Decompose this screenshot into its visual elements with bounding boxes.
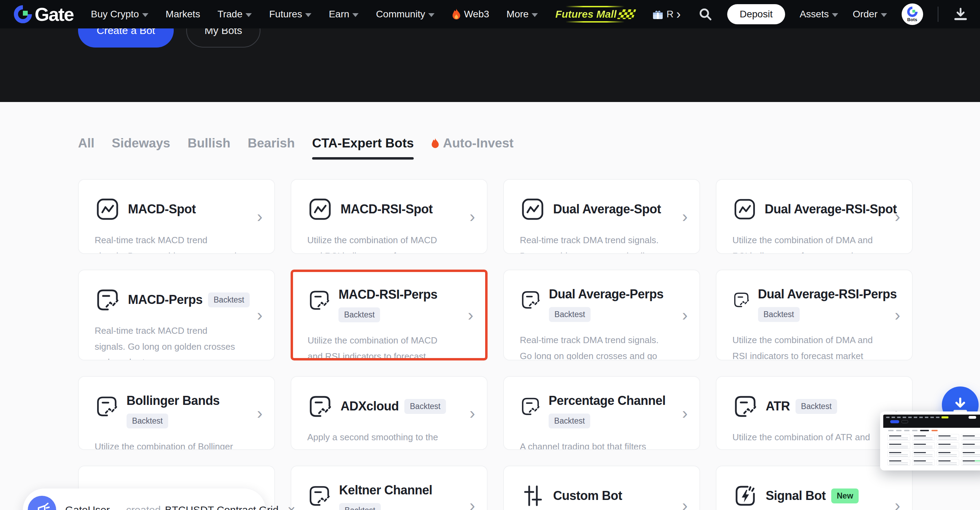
backtest-icon — [95, 287, 120, 312]
nav-item-earn[interactable]: Earn — [329, 9, 359, 20]
sliders-icon — [520, 483, 546, 508]
active-tab-underline — [312, 157, 414, 159]
bot-card-title: MACD-Spot — [128, 202, 196, 217]
nav-item-buy-crypto[interactable]: Buy Crypto — [91, 9, 148, 20]
toast-close-icon[interactable]: × — [288, 504, 295, 510]
bot-card-title: Custom Bot — [553, 488, 622, 503]
main-content: All Sideways Bullish Bearish CTA-Expert … — [78, 102, 912, 510]
chevron-right-icon: › — [895, 307, 900, 324]
chevron-right-icon: › — [469, 208, 475, 225]
caret-down-icon — [245, 13, 252, 17]
futures-mall-label: Futures Mall — [555, 8, 617, 20]
nav-item-assets[interactable]: Assets — [800, 9, 838, 20]
backtest-badge: Backtest — [404, 399, 446, 414]
top-navbar: Gate Buy Crypto Markets Trade Futures Ea… — [0, 0, 980, 29]
bot-card-title: MACD-Perps — [128, 292, 202, 307]
bot-card-description: Utilize the combination of MACD and RSI … — [307, 233, 453, 254]
backtest-badge: Backtest — [795, 399, 837, 414]
tab-bullish[interactable]: Bullish — [188, 136, 230, 159]
gift-icon — [652, 8, 664, 20]
nav-item-web3[interactable]: Web3 — [452, 8, 489, 20]
toast-action: created — [126, 504, 161, 510]
backtest-icon — [307, 483, 331, 508]
bot-card-signal-bot[interactable]: Signal Bot New TradingView Embed / Real-… — [716, 465, 913, 510]
bot-card-title: Dual Average-Perps — [549, 287, 663, 301]
rewards-nav-item[interactable]: R › — [652, 8, 681, 21]
chevron-right-icon: › — [682, 307, 688, 324]
checkered-flag-icon — [617, 10, 636, 19]
bot-card-dual-average-perps[interactable]: Dual Average-Perps Backtest Real-time tr… — [503, 269, 700, 360]
caret-down-icon — [142, 13, 148, 17]
bot-card-macd-perps[interactable]: MACD-Perps Backtest Real-time track MACD… — [78, 269, 275, 360]
bot-card-dual-average-rsi-spot[interactable]: Dual Average-RSI-Spot Utilize the combin… — [716, 179, 913, 254]
bot-card-macd-rsi-spot[interactable]: MACD-RSI-Spot Utilize the combination of… — [291, 179, 488, 254]
nav-item-futures[interactable]: Futures — [269, 9, 312, 20]
backtest-badge: Backtest — [339, 503, 381, 510]
futures-mall-banner[interactable]: Futures Mall — [555, 6, 635, 22]
page-preview-thumbnail[interactable] — [880, 411, 980, 470]
rewards-label: R — [667, 9, 673, 20]
download-app-button[interactable] — [953, 6, 968, 22]
chevron-right-icon: › — [469, 405, 475, 422]
bot-card-keltner-channel[interactable]: Keltner Channel Backtest Use the CCI fil… — [291, 465, 488, 510]
spot-chart-icon — [307, 196, 333, 222]
nav-item-markets[interactable]: Markets — [166, 9, 200, 20]
search-button[interactable] — [698, 7, 713, 22]
backtest-icon — [732, 394, 758, 419]
preview-tabs — [883, 428, 980, 434]
gate-logo-text: Gate — [35, 3, 73, 25]
chevron-right-icon: › — [469, 497, 475, 510]
bot-card-bollinger-bands[interactable]: Bollinger Bands Backtest Utilize the com… — [78, 376, 275, 450]
bot-card-dual-average-rsi-perps[interactable]: Dual Average-RSI-Perps Backtest Utilize … — [716, 269, 913, 360]
bot-card-percentage-channel[interactable]: Percentage Channel Backtest A channel tr… — [503, 376, 700, 450]
gate-logo[interactable]: Gate — [14, 3, 73, 25]
search-icon — [698, 7, 713, 22]
bot-card-adxcloud[interactable]: ADXcloud Backtest Apply a second smoothi… — [291, 376, 488, 450]
gate-logo-icon — [14, 5, 32, 23]
activity-toast: GateUser-... created BTCUSDT Contract Gr… — [23, 488, 266, 510]
backtest-icon — [520, 394, 541, 419]
chevron-right-icon: › — [682, 405, 688, 422]
backtest-icon — [95, 394, 119, 419]
bot-card-dual-average-spot[interactable]: Dual Average-Spot Real-time track DMA tr… — [503, 179, 700, 254]
backtest-badge: Backtest — [339, 308, 380, 322]
chevron-right-icon: › — [682, 208, 688, 225]
chevron-right-icon: › — [895, 497, 900, 510]
tab-sideways[interactable]: Sideways — [112, 136, 170, 159]
bot-card-description: Real-time track MACD trend signals. Buy … — [95, 233, 240, 254]
signal-bolt-icon — [732, 483, 758, 508]
bot-card-title: Signal Bot — [766, 488, 826, 503]
backtest-icon — [307, 394, 333, 419]
bot-card-title: ADXcloud — [340, 399, 399, 414]
tab-auto-invest[interactable]: Auto-Invest — [431, 136, 514, 159]
bot-card-title: Dual Average-Spot — [553, 202, 661, 217]
bot-card-description: Real-time track MACD trend signals. Go l… — [95, 323, 240, 360]
backtest-badge: Backtest — [208, 292, 250, 308]
bot-card-custom-bot[interactable]: Custom Bot You can be the expert in cust… — [503, 465, 700, 510]
nav-divider — [938, 6, 939, 22]
megaphone-icon — [34, 502, 49, 510]
tab-bearish[interactable]: Bearish — [248, 136, 295, 159]
chevron-right-icon: › — [895, 208, 900, 225]
nav-item-order[interactable]: Order — [853, 9, 887, 20]
toast-subject[interactable]: BTCUSDT Contract Grid — [165, 504, 278, 510]
bot-card-title: MACD-RSI-Spot — [340, 202, 433, 217]
chevron-right-icon: › — [257, 405, 262, 422]
nav-item-community[interactable]: Community — [376, 9, 434, 20]
spot-chart-icon — [732, 196, 757, 222]
nav-item-trade[interactable]: Trade — [218, 9, 252, 20]
futures-mall-ornament-bottom — [566, 21, 625, 22]
tab-cta-expert-bots[interactable]: CTA-Expert Bots — [312, 136, 414, 159]
deposit-button[interactable]: Deposit — [727, 4, 785, 24]
tab-all[interactable]: All — [78, 136, 94, 159]
chevron-right-icon: › — [257, 208, 262, 225]
bot-card-macd-rsi-perps[interactable]: MACD-RSI-Perps Backtest Utilize the comb… — [291, 269, 488, 360]
nav-item-more[interactable]: More — [507, 9, 538, 20]
bot-card-title: ATR — [766, 399, 790, 414]
gate-mini-logo-icon — [907, 6, 918, 17]
preview-card-grid — [883, 434, 980, 468]
bot-card-macd-spot[interactable]: MACD-Spot Real-time track MACD trend sig… — [78, 179, 275, 254]
bot-cards-grid: MACD-Spot Real-time track MACD trend sig… — [78, 179, 912, 510]
bots-account-avatar[interactable]: Bots — [902, 3, 923, 25]
backtest-badge: Backtest — [758, 307, 800, 322]
